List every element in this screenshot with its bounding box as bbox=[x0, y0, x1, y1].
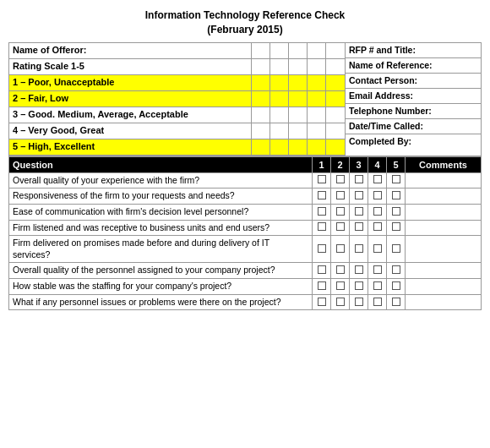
checkbox-cell-3-4[interactable] bbox=[387, 220, 406, 236]
right-label-2: Contact Person: bbox=[349, 75, 417, 85]
checkbox-2-3[interactable] bbox=[373, 207, 382, 216]
checkbox-1-1[interactable] bbox=[336, 191, 345, 199]
checkbox-5-0[interactable] bbox=[318, 265, 326, 274]
checkbox-7-1[interactable] bbox=[336, 298, 345, 306]
checkbox-4-2[interactable] bbox=[355, 244, 363, 253]
checkbox-cell-5-0[interactable] bbox=[313, 263, 331, 279]
checkbox-cell-4-2[interactable] bbox=[350, 236, 368, 263]
checkbox-1-0[interactable] bbox=[318, 191, 326, 199]
rating-box-5-1 bbox=[270, 139, 289, 155]
checkbox-6-1[interactable] bbox=[336, 281, 345, 290]
checkbox-cell-1-2[interactable] bbox=[350, 188, 368, 205]
checkbox-3-2[interactable] bbox=[355, 222, 363, 231]
offeror-boxes bbox=[252, 43, 345, 58]
checkbox-cell-5-4[interactable] bbox=[387, 263, 406, 279]
checkbox-cell-5-1[interactable] bbox=[331, 263, 350, 279]
questions-body: Overall quality of your experience with … bbox=[9, 172, 482, 310]
checkbox-2-4[interactable] bbox=[392, 207, 400, 216]
checkbox-cell-4-4[interactable] bbox=[387, 236, 406, 263]
checkbox-cell-1-4[interactable] bbox=[387, 188, 406, 205]
checkbox-1-3[interactable] bbox=[373, 191, 382, 199]
checkbox-2-2[interactable] bbox=[355, 207, 363, 216]
checkbox-cell-2-2[interactable] bbox=[350, 204, 368, 220]
checkbox-cell-0-1[interactable] bbox=[331, 172, 350, 188]
checkbox-5-3[interactable] bbox=[373, 265, 382, 274]
checkbox-6-0[interactable] bbox=[318, 281, 326, 290]
checkbox-cell-7-4[interactable] bbox=[387, 294, 406, 310]
checkbox-4-1[interactable] bbox=[336, 244, 345, 253]
comments-cell-3 bbox=[406, 220, 482, 236]
checkbox-cell-4-1[interactable] bbox=[331, 236, 350, 263]
checkbox-7-4[interactable] bbox=[392, 298, 400, 306]
checkbox-7-0[interactable] bbox=[318, 298, 326, 306]
checkbox-cell-1-3[interactable] bbox=[368, 188, 387, 205]
checkbox-cell-2-0[interactable] bbox=[313, 204, 331, 220]
checkbox-4-0[interactable] bbox=[318, 244, 326, 253]
rating-box-3-1 bbox=[270, 107, 289, 123]
checkbox-cell-7-0[interactable] bbox=[313, 294, 331, 310]
checkbox-cell-0-3[interactable] bbox=[368, 172, 387, 188]
checkbox-5-1[interactable] bbox=[336, 265, 345, 274]
checkbox-cell-5-2[interactable] bbox=[350, 263, 368, 279]
offeror-box-2 bbox=[270, 43, 289, 58]
checkbox-5-2[interactable] bbox=[355, 265, 363, 274]
rating-box-3-3 bbox=[308, 107, 326, 123]
checkbox-cell-2-3[interactable] bbox=[368, 204, 387, 220]
checkbox-5-4[interactable] bbox=[392, 265, 400, 274]
rating-box-4-2 bbox=[289, 123, 308, 139]
rating-box-0-1 bbox=[270, 59, 289, 74]
checkbox-1-4[interactable] bbox=[392, 191, 400, 199]
checkbox-3-0[interactable] bbox=[318, 222, 326, 231]
checkbox-2-1[interactable] bbox=[336, 207, 345, 216]
checkbox-3-1[interactable] bbox=[336, 222, 345, 231]
checkbox-3-4[interactable] bbox=[392, 222, 400, 231]
checkbox-cell-6-4[interactable] bbox=[387, 279, 406, 295]
checkbox-cell-3-2[interactable] bbox=[350, 220, 368, 236]
checkbox-cell-7-1[interactable] bbox=[331, 294, 350, 310]
checkbox-cell-2-1[interactable] bbox=[331, 204, 350, 220]
checkbox-7-2[interactable] bbox=[355, 298, 363, 306]
checkbox-3-3[interactable] bbox=[373, 222, 382, 231]
question-section: Question 1 2 3 4 5 Comments Overall qual… bbox=[8, 156, 482, 311]
rating-box-2-2 bbox=[289, 91, 308, 107]
checkbox-2-0[interactable] bbox=[318, 207, 326, 216]
checkbox-cell-0-4[interactable] bbox=[387, 172, 406, 188]
checkbox-cell-6-1[interactable] bbox=[331, 279, 350, 295]
checkbox-cell-4-0[interactable] bbox=[313, 236, 331, 263]
checkbox-cell-7-2[interactable] bbox=[350, 294, 368, 310]
checkbox-cell-5-3[interactable] bbox=[368, 263, 387, 279]
checkbox-cell-1-1[interactable] bbox=[331, 188, 350, 205]
checkbox-4-4[interactable] bbox=[392, 244, 400, 253]
checkbox-1-2[interactable] bbox=[355, 191, 363, 199]
checkbox-6-4[interactable] bbox=[392, 281, 400, 290]
checkbox-0-2[interactable] bbox=[355, 175, 363, 183]
checkbox-cell-3-0[interactable] bbox=[313, 220, 331, 236]
rating-box-2-1 bbox=[270, 91, 289, 107]
rating-box-3-0 bbox=[252, 107, 270, 123]
checkbox-0-1[interactable] bbox=[336, 175, 345, 183]
checkbox-4-3[interactable] bbox=[373, 244, 382, 253]
checkbox-cell-0-0[interactable] bbox=[313, 172, 331, 188]
offeror-box-3 bbox=[289, 43, 308, 58]
checkbox-6-3[interactable] bbox=[373, 281, 382, 290]
checkbox-0-0[interactable] bbox=[318, 175, 326, 183]
checkbox-cell-1-0[interactable] bbox=[313, 188, 331, 205]
page-title: Information Technology Reference Check (… bbox=[8, 8, 482, 37]
checkbox-cell-0-2[interactable] bbox=[350, 172, 368, 188]
checkbox-cell-3-3[interactable] bbox=[368, 220, 387, 236]
table-row: Ease of communication with firm's decisi… bbox=[9, 204, 482, 220]
checkbox-cell-6-3[interactable] bbox=[368, 279, 387, 295]
checkbox-7-3[interactable] bbox=[373, 298, 382, 306]
checkbox-cell-6-0[interactable] bbox=[313, 279, 331, 295]
checkbox-cell-4-3[interactable] bbox=[368, 236, 387, 263]
rating-box-0-2 bbox=[289, 59, 308, 74]
checkbox-0-4[interactable] bbox=[392, 175, 400, 183]
checkbox-cell-3-1[interactable] bbox=[331, 220, 350, 236]
checkbox-6-2[interactable] bbox=[355, 281, 363, 290]
checkbox-cell-6-2[interactable] bbox=[350, 279, 368, 295]
checkbox-cell-2-4[interactable] bbox=[387, 204, 406, 220]
checkbox-0-3[interactable] bbox=[373, 175, 382, 183]
table-row: Firm listened and was receptive to busin… bbox=[9, 220, 482, 236]
rating-box-5-4 bbox=[326, 139, 345, 155]
checkbox-cell-7-3[interactable] bbox=[368, 294, 387, 310]
